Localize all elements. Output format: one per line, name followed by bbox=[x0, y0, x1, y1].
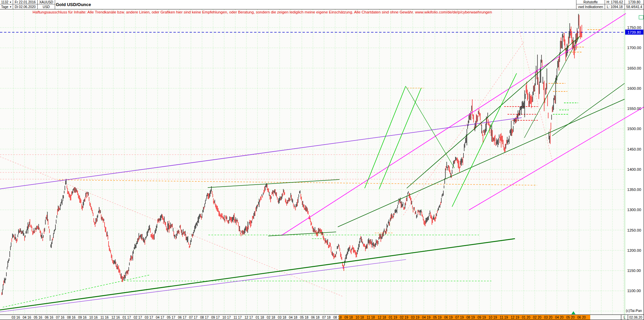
y-axis-tick-label: 1350.00 bbox=[627, 188, 641, 192]
last-price-badge-value: 1739.80 bbox=[628, 30, 641, 34]
period-value: Tage bbox=[1, 5, 8, 9]
x-axis-month-label: 02 19 bbox=[400, 316, 408, 319]
chevron-down-icon: ▼ bbox=[9, 1, 12, 3]
y-axis-tick-label: 1650.00 bbox=[627, 66, 641, 70]
disclaimer-text: Haftungsausschluss für Inhalte: Alle Tre… bbox=[33, 10, 492, 14]
y-axis-tick-label: 1300.00 bbox=[627, 208, 641, 212]
x-axis-month-label: 03 18 bbox=[278, 316, 286, 319]
currency-field: USD bbox=[38, 4, 55, 9]
x-axis-month-label: 04 17 bbox=[156, 316, 164, 319]
x-axis-month-label: 12 17 bbox=[244, 316, 253, 319]
category-value: Rohstoffe bbox=[583, 0, 598, 4]
x-axis-month-label: 08 16 bbox=[67, 316, 75, 319]
x-axis-month-label: 01 18 bbox=[255, 316, 264, 319]
y-axis-tick-label: 1100.00 bbox=[627, 289, 641, 293]
x-axis-month-label: 03 20 bbox=[544, 316, 552, 319]
currency-value: USD bbox=[43, 5, 50, 9]
date-from-value: Fr 22.01.2016 bbox=[15, 0, 36, 4]
source-label: vwd Indikationen bbox=[576, 4, 605, 9]
last-price-label: 1739.80 bbox=[625, 0, 644, 4]
x-axis-month-label: 05 20 bbox=[566, 316, 574, 319]
x-axis-month-label: 02 20 bbox=[533, 316, 541, 319]
x-axis-month-label: 04 20 bbox=[555, 316, 563, 319]
last-price-value: 1739.80 bbox=[628, 0, 640, 4]
symbol-value: XAUUSD bbox=[39, 0, 53, 4]
date-from-field[interactable]: Fr 22.01.2016 bbox=[13, 0, 38, 4]
x-axis-month-label: 04 19 bbox=[422, 316, 430, 319]
y-axis-tick-label: 1250.00 bbox=[627, 228, 641, 232]
x-axis-month-label: 06 20 bbox=[577, 316, 586, 319]
y-axis-tick-label: 1150.00 bbox=[627, 269, 641, 273]
right-axis-strip bbox=[625, 9, 644, 320]
y-axis-tick-label: 1700.00 bbox=[627, 46, 641, 50]
x-axis-month-label: 12 19 bbox=[511, 316, 519, 319]
x-axis-month-label: 05 19 bbox=[433, 316, 441, 319]
x-axis-month-label: 05 16 bbox=[34, 316, 42, 319]
footer-last-label: L bbox=[623, 316, 626, 319]
x-axis-month-label: 11 17 bbox=[234, 316, 242, 319]
x-axis-month-label: 06 16 bbox=[45, 316, 53, 319]
x-axis-month-label: 01 20 bbox=[522, 316, 530, 319]
date-to-value: Di 02.06.2020 bbox=[15, 5, 36, 9]
symbol-field: XAUUSD bbox=[38, 0, 55, 4]
x-axis-month-label: 08 19 bbox=[466, 316, 475, 319]
category-label: Rohstoffe bbox=[576, 0, 605, 4]
x-axis-month-label: 01 19 bbox=[389, 316, 397, 319]
x-axis-month-label: 02 17 bbox=[133, 316, 142, 319]
copyright-label: (c)Tai-Pan bbox=[626, 309, 642, 313]
x-axis-month-label: 08 17 bbox=[200, 316, 208, 319]
plot-background bbox=[0, 0, 644, 320]
bars-count-value: 1132 bbox=[1, 0, 8, 4]
x-axis-month-label: 05 17 bbox=[167, 316, 175, 319]
x-axis-month-label: 09 16 bbox=[78, 316, 86, 319]
y-axis-tick-label: 1200.00 bbox=[627, 248, 641, 252]
x-axis-month-label: 09 19 bbox=[477, 316, 486, 319]
page-title: Gold USD/Ounce bbox=[56, 0, 91, 9]
stat-value: 58.4/641.4 bbox=[626, 5, 642, 9]
x-axis-month-label: 10 17 bbox=[222, 316, 231, 319]
x-axis-month-label: 09 17 bbox=[211, 316, 219, 319]
chart-header: 1132 ▼ Tage ▼ Fr 22.01.2016 Di 02.06.202… bbox=[0, 0, 644, 9]
stat-label: 58.4/641.4 bbox=[625, 4, 644, 9]
date-to-field[interactable]: Di 02.06.2020 bbox=[13, 4, 38, 9]
price-chart-canvas[interactable]: 1750.001700.001650.001600.001550.001500.… bbox=[0, 0, 644, 320]
x-axis-month-label: 10 16 bbox=[89, 316, 97, 319]
x-axis-month-label: 11 19 bbox=[500, 316, 508, 319]
x-axis-month-label: 04 18 bbox=[289, 316, 297, 319]
x-axis-month-label: 10 19 bbox=[488, 316, 497, 319]
x-axis-month-label: 04 16 bbox=[23, 316, 31, 319]
x-axis-month-label: 10 18 bbox=[355, 316, 364, 319]
x-axis-month-label: 09 18 bbox=[344, 316, 353, 319]
x-axis-month-label: 07 18 bbox=[322, 316, 330, 319]
x-axis-month-label: 05 18 bbox=[300, 316, 308, 319]
x-axis-highlight-band bbox=[339, 315, 590, 320]
high-value: H: 1765.62 bbox=[607, 0, 623, 4]
chevron-down-icon: ▼ bbox=[9, 6, 12, 8]
x-axis-month-label: 06 18 bbox=[311, 316, 319, 319]
x-axis-month-label: 03 17 bbox=[145, 316, 153, 319]
y-axis-tick-label: 1400.00 bbox=[627, 167, 641, 171]
x-axis-month-label: 07 17 bbox=[189, 316, 197, 319]
x-axis-month-label: 11 16 bbox=[100, 316, 109, 319]
bars-count-dropdown[interactable]: 1132 ▼ bbox=[0, 0, 13, 4]
chart-scroll-widget[interactable] bbox=[639, 15, 643, 19]
y-axis-tick-label: 1600.00 bbox=[627, 86, 641, 90]
x-axis-month-label: 06 17 bbox=[178, 316, 186, 319]
y-axis-tick-label: 1750.00 bbox=[627, 26, 641, 30]
high-label: H: 1765.62 bbox=[605, 0, 625, 4]
footer-date-label: 02.06.20 bbox=[629, 316, 642, 319]
x-axis-month-label: 03 16 bbox=[11, 316, 20, 319]
source-value: vwd Indikationen bbox=[578, 5, 603, 9]
low-label: L: 1094.18 bbox=[605, 4, 625, 9]
y-axis-tick-label: 1450.00 bbox=[627, 147, 641, 151]
x-axis-month-label: 02 18 bbox=[267, 316, 275, 319]
tai-pan-chart-window: 1750.001700.001650.001600.001550.001500.… bbox=[0, 0, 644, 320]
x-axis-month-label: 07 16 bbox=[56, 316, 64, 319]
x-axis-month-label: 12 18 bbox=[377, 316, 386, 319]
low-value: L: 1094.18 bbox=[607, 5, 622, 9]
x-axis-month-label: 01 17 bbox=[122, 316, 131, 319]
period-dropdown[interactable]: Tage ▼ bbox=[0, 4, 13, 9]
x-axis-month-label: 03 19 bbox=[411, 316, 419, 319]
x-axis-month-label: 06 19 bbox=[444, 316, 452, 319]
x-axis-month-label: 08 18 bbox=[333, 316, 341, 319]
